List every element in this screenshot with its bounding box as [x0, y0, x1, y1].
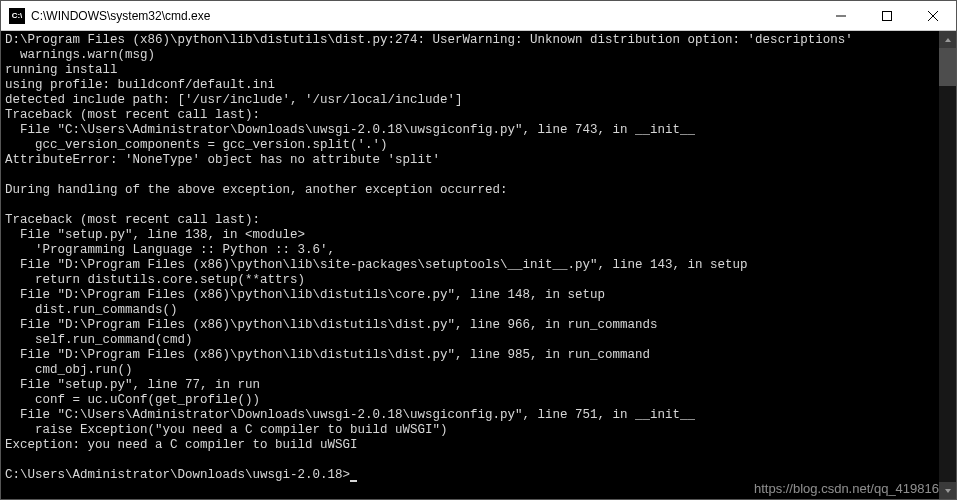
console-prompt[interactable]: C:\Users\Administrator\Downloads\uwsgi-2…: [5, 468, 935, 483]
console-blank-line: [5, 453, 935, 468]
console-line: cmd_obj.run(): [5, 363, 935, 378]
console-line: File "D:\Program Files (x86)\python\lib\…: [5, 258, 935, 273]
console-output[interactable]: D:\Program Files (x86)\python\lib\distut…: [1, 31, 939, 499]
console-line: D:\Program Files (x86)\python\lib\distut…: [5, 33, 935, 48]
svg-rect-1: [883, 11, 892, 20]
console-blank-line: [5, 168, 935, 183]
console-line: self.run_command(cmd): [5, 333, 935, 348]
console-line: running install: [5, 63, 935, 78]
titlebar[interactable]: C:\ C:\WINDOWS\system32\cmd.exe: [1, 1, 956, 31]
console-area: D:\Program Files (x86)\python\lib\distut…: [1, 31, 956, 499]
console-line: return distutils.core.setup(**attrs): [5, 273, 935, 288]
console-line: warnings.warn(msg): [5, 48, 935, 63]
scroll-track[interactable]: [939, 48, 956, 482]
console-line: File "setup.py", line 77, in run: [5, 378, 935, 393]
svg-marker-5: [945, 489, 951, 493]
console-line: conf = uc.uConf(get_profile()): [5, 393, 935, 408]
console-blank-line: [5, 198, 935, 213]
scroll-thumb[interactable]: [939, 48, 956, 86]
console-line: File "C:\Users\Administrator\Downloads\u…: [5, 408, 935, 423]
minimize-button[interactable]: [818, 1, 864, 30]
close-button[interactable]: [910, 1, 956, 30]
vertical-scrollbar[interactable]: [939, 31, 956, 499]
console-line: File "D:\Program Files (x86)\python\lib\…: [5, 288, 935, 303]
prompt-text: C:\Users\Administrator\Downloads\uwsgi-2…: [5, 468, 350, 482]
console-line: detected include path: ['/usr/include', …: [5, 93, 935, 108]
console-line: During handling of the above exception, …: [5, 183, 935, 198]
console-line: AttributeError: 'NoneType' object has no…: [5, 153, 935, 168]
console-line: Exception: you need a C compiler to buil…: [5, 438, 935, 453]
scroll-down-arrow[interactable]: [939, 482, 956, 499]
console-line: File "C:\Users\Administrator\Downloads\u…: [5, 123, 935, 138]
cursor: [350, 480, 357, 482]
console-line: dist.run_commands(): [5, 303, 935, 318]
console-line: File "D:\Program Files (x86)\python\lib\…: [5, 318, 935, 333]
console-line: 'Programming Language :: Python :: 3.6',: [5, 243, 935, 258]
window-title: C:\WINDOWS\system32\cmd.exe: [31, 9, 818, 23]
cmd-window: C:\ C:\WINDOWS\system32\cmd.exe D:\Progr…: [0, 0, 957, 500]
window-controls: [818, 1, 956, 30]
maximize-button[interactable]: [864, 1, 910, 30]
svg-marker-4: [945, 38, 951, 42]
console-line: File "D:\Program Files (x86)\python\lib\…: [5, 348, 935, 363]
console-line: Traceback (most recent call last):: [5, 108, 935, 123]
scroll-up-arrow[interactable]: [939, 31, 956, 48]
console-line: raise Exception("you need a C compiler t…: [5, 423, 935, 438]
console-line: using profile: buildconf/default.ini: [5, 78, 935, 93]
console-line: Traceback (most recent call last):: [5, 213, 935, 228]
app-icon: C:\: [9, 8, 25, 24]
console-line: File "setup.py", line 138, in <module>: [5, 228, 935, 243]
console-line: gcc_version_components = gcc_version.spl…: [5, 138, 935, 153]
